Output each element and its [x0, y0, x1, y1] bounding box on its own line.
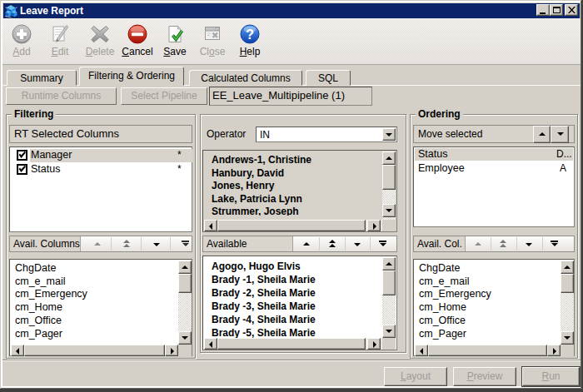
svg-text:?: ?	[246, 27, 254, 42]
